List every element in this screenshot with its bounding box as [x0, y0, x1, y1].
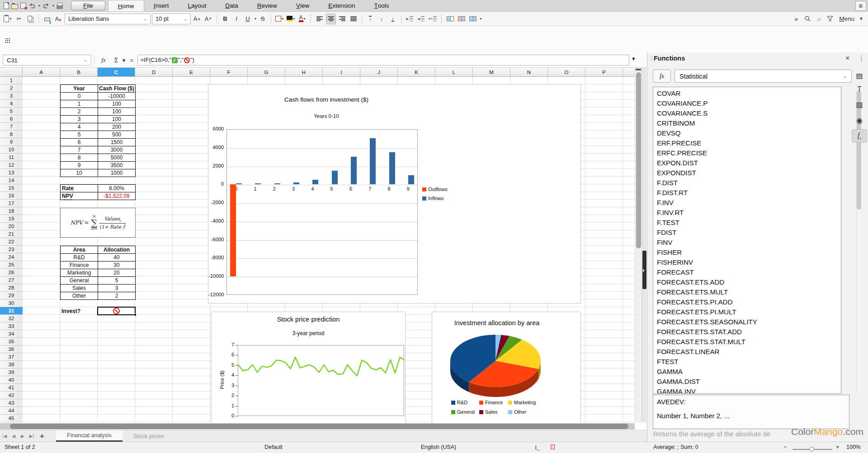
cell[interactable]: 3000: [98, 146, 136, 154]
cell[interactable]: 100: [98, 108, 136, 116]
clone-formatting-button[interactable]: [42, 14, 52, 24]
previous-sheet-icon[interactable]: ◀: [9, 430, 18, 442]
language[interactable]: English (USA): [398, 444, 479, 450]
name-box-dropdown-icon[interactable]: ⌄: [84, 58, 87, 62]
function-item[interactable]: DEVSQ: [657, 128, 841, 138]
function-item[interactable]: F.DIST.RT: [657, 188, 841, 198]
row-header-5[interactable]: 5: [0, 107, 23, 115]
invest-label-cell[interactable]: Invest?: [60, 307, 98, 315]
sort-button[interactable]: ↓↑: [814, 14, 824, 24]
grid-options-icon[interactable]: [5, 38, 10, 43]
column-header-A[interactable]: A: [23, 68, 60, 77]
cell[interactable]: 9: [61, 162, 98, 169]
sidebar-tab-navigator[interactable]: ◉: [852, 113, 867, 127]
column-header-G[interactable]: G: [248, 68, 285, 77]
function-list[interactable]: COVARCOVARIANCE.PCOVARIANCE.SCRITBINOMDE…: [653, 87, 841, 394]
new-document-icon[interactable]: [4, 2, 9, 9]
cell[interactable]: 0: [61, 93, 98, 100]
row-header-22[interactable]: 22: [0, 238, 23, 246]
sidebar-tab-properties[interactable]: ▤: [852, 69, 867, 82]
row-header-26[interactable]: 26: [0, 269, 23, 276]
row-header-3[interactable]: 3: [0, 92, 23, 100]
undo-dropdown-icon[interactable]: ▾: [38, 4, 40, 8]
search-button[interactable]: [802, 14, 812, 24]
sidebar-tab-gallery[interactable]: ▨: [852, 98, 867, 111]
function-item[interactable]: COVAR: [657, 89, 841, 98]
cell[interactable]: 100: [98, 116, 136, 123]
menu-tab-home[interactable]: Home: [108, 0, 144, 11]
add-sheet-button[interactable]: +: [36, 430, 48, 442]
row-header-18[interactable]: 18: [0, 207, 23, 215]
function-item[interactable]: FTEST: [657, 357, 841, 367]
cell[interactable]: 1: [61, 100, 98, 108]
cell[interactable]: Rate: [61, 185, 98, 192]
function-wizard-button[interactable]: fx: [653, 70, 671, 83]
row-header-33[interactable]: 33: [0, 322, 23, 330]
column-header-M[interactable]: M: [473, 68, 510, 77]
selected-cell-c31[interactable]: [97, 307, 136, 315]
row-header-20[interactable]: 20: [0, 223, 23, 230]
row-header-11[interactable]: 11: [0, 154, 23, 161]
column-header-E[interactable]: E: [173, 68, 210, 77]
save-icon[interactable]: [20, 3, 26, 9]
print-icon[interactable]: [57, 5, 63, 9]
cell[interactable]: Allocation: [98, 246, 136, 254]
font-name-combo[interactable]: Liberation Sans⌄: [65, 14, 151, 24]
row-header-2[interactable]: 2: [0, 84, 23, 92]
row-header-34[interactable]: 34: [0, 330, 23, 338]
italic-button[interactable]: I: [231, 14, 241, 24]
function-item[interactable]: FORECAST.ETS.PI.MULT: [657, 307, 841, 317]
underline-dropdown-icon[interactable]: ▾: [255, 17, 256, 21]
cell[interactable]: 8: [61, 154, 98, 162]
row-header-39[interactable]: 39: [0, 369, 23, 376]
function-item[interactable]: GAMMA.DIST: [657, 377, 841, 387]
column-header-L[interactable]: L: [435, 68, 473, 77]
npv-formula-image[interactable]: NPV = N ∑ i=0 Valuesi (1+ Rate )i: [60, 208, 136, 238]
expand-formula-bar-icon[interactable]: ▼: [631, 56, 636, 61]
strikethrough-button[interactable]: S: [258, 14, 268, 24]
underline-button[interactable]: U: [243, 14, 253, 24]
sidebar-tab-styles[interactable]: T: [852, 83, 867, 96]
panel-more-icon[interactable]: ⋮: [858, 54, 865, 62]
autosum-dropdown-icon[interactable]: ▾: [122, 55, 126, 65]
function-item[interactable]: FORECAST: [657, 267, 841, 277]
function-item[interactable]: FORECAST.ETS.STAT.MULT: [657, 337, 841, 347]
justify-button[interactable]: [349, 14, 359, 24]
cell[interactable]: -10000: [98, 93, 136, 100]
row-header-28[interactable]: 28: [0, 284, 23, 292]
font-color-button[interactable]: A▾: [297, 14, 307, 24]
row-header-9[interactable]: 9: [0, 138, 23, 146]
sheet-tab-financial-analysis[interactable]: Financial analysis: [56, 430, 123, 442]
last-sheet-icon[interactable]: ▶|: [27, 430, 36, 442]
row-header-29[interactable]: 29: [0, 292, 23, 299]
row-header-17[interactable]: 17: [0, 200, 23, 207]
cell[interactable]: General: [61, 277, 98, 285]
bar-chart[interactable]: Cash flows from investment ($) Years 0-1…: [208, 84, 581, 304]
zoom-out-button[interactable]: −: [783, 444, 787, 450]
cell[interactable]: 5000: [98, 154, 136, 162]
merge-cells-button[interactable]: [445, 14, 455, 24]
category-select[interactable]: Statistical ⌄: [675, 70, 852, 83]
cell[interactable]: 3500: [98, 162, 136, 169]
function-item[interactable]: GAMMA.INV: [657, 387, 841, 394]
cell[interactable]: 5: [98, 277, 136, 285]
cell[interactable]: 1500: [98, 139, 136, 146]
function-item[interactable]: FORECAST.ETS.SEASONALITY: [657, 317, 841, 327]
open-file-icon[interactable]: [11, 4, 18, 9]
shrink-font-button[interactable]: A▼: [203, 14, 213, 24]
cell[interactable]: 30: [98, 262, 136, 269]
menu-tab-insert[interactable]: Insert: [144, 0, 179, 11]
row-header-15[interactable]: 15: [0, 184, 23, 192]
align-right-button[interactable]: [337, 14, 347, 24]
name-box[interactable]: C31 ⌄: [3, 55, 91, 65]
bold-button[interactable]: B: [220, 14, 230, 24]
cell[interactable]: Year: [61, 85, 98, 93]
menu-tab-layout[interactable]: Layout: [179, 0, 216, 11]
row-header-36[interactable]: 36: [0, 346, 23, 353]
sidebar-collapse-strip[interactable]: [642, 68, 646, 422]
row-header-6[interactable]: 6: [0, 115, 23, 123]
cell[interactable]: 3: [61, 116, 98, 123]
align-top-button[interactable]: ↑: [365, 14, 375, 24]
row-header-4[interactable]: 4: [0, 100, 23, 107]
row-header-16[interactable]: 16: [0, 192, 23, 200]
